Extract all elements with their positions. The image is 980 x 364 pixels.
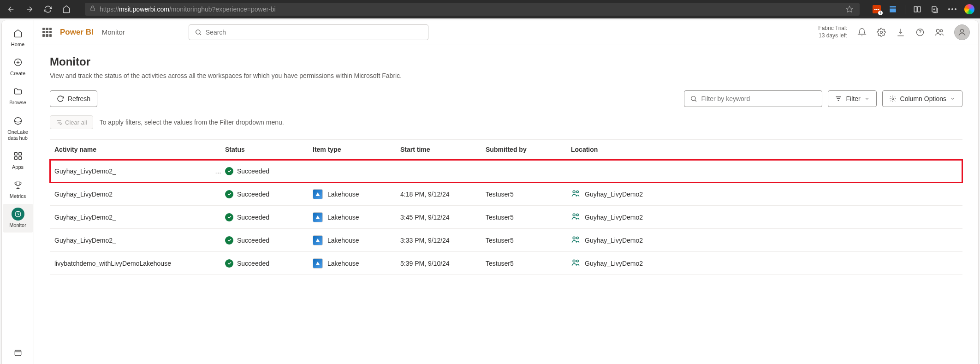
col-submitted-by[interactable]: Submitted by — [486, 146, 571, 153]
settings-icon[interactable] — [877, 28, 886, 37]
home-icon — [12, 27, 24, 40]
workspace-icon — [571, 258, 580, 269]
sidebar-item-onelake[interactable]: OneLake data hub — [3, 111, 33, 145]
svg-point-19 — [936, 29, 939, 32]
status-text: Succeeded — [237, 260, 269, 267]
svg-point-32 — [576, 237, 578, 239]
svg-rect-2 — [914, 6, 917, 12]
workspace-icon — [571, 212, 580, 222]
item-type-text: Lakehouse — [327, 260, 359, 267]
avatar[interactable] — [954, 24, 970, 40]
favorite-icon[interactable] — [844, 4, 855, 15]
split-screen-icon[interactable] — [912, 4, 923, 15]
reload-icon[interactable] — [42, 4, 53, 15]
extension-badge-icon[interactable]: ••• — [873, 5, 881, 13]
sidebar-item-apps[interactable]: Apps — [3, 146, 33, 174]
help-icon[interactable] — [915, 28, 925, 37]
item-type-text: Lakehouse — [327, 237, 359, 244]
trial-status: Fabric Trial: 13 days left — [818, 25, 847, 39]
browser-chrome: https://msit.powerbi.com/monitoringhub?e… — [0, 0, 980, 18]
activity-name: livybatchdemo_withLivyDemoLakehouse — [54, 260, 208, 267]
table-row[interactable]: Guyhay_LivyDemo2_ … Succeeded Lakehouse … — [50, 229, 962, 252]
lakehouse-icon — [313, 258, 323, 269]
sidebar-item-monitor[interactable]: Monitor — [3, 204, 33, 232]
activity-name: Guyhay_LivyDemo2 — [54, 191, 208, 198]
sidebar-item-metrics[interactable]: Metrics — [3, 175, 33, 203]
row-more-icon[interactable]: … — [211, 167, 225, 175]
brand-link[interactable]: Power BI — [60, 28, 94, 37]
plus-circle-icon — [12, 56, 24, 69]
search-icon — [195, 29, 202, 36]
chevron-down-icon — [950, 96, 956, 101]
global-search[interactable] — [189, 24, 428, 40]
forward-icon[interactable] — [24, 4, 35, 15]
success-icon — [225, 259, 233, 268]
svg-point-33 — [573, 260, 575, 262]
download-icon[interactable] — [896, 28, 905, 37]
collections-icon[interactable] — [929, 4, 940, 15]
item-type-text: Lakehouse — [327, 214, 359, 221]
table-row[interactable]: Guyhay_LivyDemo2_ … Succeeded Lakehouse … — [50, 206, 962, 229]
table-row[interactable]: Guyhay_LivyDemo2 … Succeeded Lakehouse 4… — [50, 183, 962, 206]
location-text: Guyhay_LivyDemo2 — [585, 237, 643, 244]
filter-button[interactable]: Filter — [828, 90, 876, 107]
sidebar-item-workspaces[interactable] — [3, 343, 33, 364]
column-options-button[interactable]: Column Options — [882, 90, 962, 107]
svg-point-21 — [961, 29, 964, 32]
lakehouse-icon — [313, 189, 323, 199]
copilot-icon[interactable] — [964, 4, 974, 14]
submitted-by-text: Testuser5 — [486, 260, 571, 267]
filter-keyword-input[interactable] — [684, 90, 822, 107]
item-type-text: Lakehouse — [327, 191, 359, 198]
apps-icon — [12, 149, 24, 162]
sidebar-item-home[interactable]: Home — [3, 23, 33, 51]
table-row[interactable]: livybatchdemo_withLivyDemoLakehouse … Su… — [50, 252, 962, 275]
gear-icon — [889, 95, 897, 102]
trophy-icon — [12, 179, 24, 191]
home-icon[interactable] — [61, 4, 72, 15]
svg-rect-3 — [918, 6, 921, 12]
start-time-text: 5:39 PM, 9/10/24 — [400, 260, 486, 267]
filter-hint: To apply filters, select the values from… — [100, 119, 284, 126]
status-text: Succeeded — [237, 237, 269, 244]
sidebar-item-create[interactable]: Create — [3, 52, 33, 80]
location-text: Guyhay_LivyDemo2 — [585, 191, 643, 198]
svg-point-17 — [880, 31, 883, 33]
chevron-down-icon — [864, 96, 870, 101]
feedback-icon[interactable] — [935, 28, 944, 37]
svg-point-7 — [955, 8, 956, 10]
success-icon — [225, 190, 233, 198]
submitted-by-text: Testuser5 — [486, 237, 571, 244]
start-time-text: 4:18 PM, 9/12/24 — [400, 191, 486, 198]
notifications-icon[interactable] — [857, 28, 867, 37]
refresh-button[interactable]: Refresh — [50, 90, 97, 107]
filter-icon — [835, 95, 842, 102]
svg-point-20 — [940, 30, 943, 32]
sidebar-item-label: Apps — [12, 164, 24, 170]
col-item-type[interactable]: Item type — [313, 146, 400, 153]
svg-point-28 — [576, 191, 578, 193]
table-row[interactable]: Guyhay_LivyDemo2_ … Succeeded Lakehouse … — [50, 160, 962, 183]
onelake-icon — [12, 114, 24, 127]
success-icon — [225, 236, 233, 245]
svg-point-22 — [691, 96, 695, 101]
search-input[interactable] — [206, 29, 422, 36]
sidebar-item-browse[interactable]: Browse — [3, 81, 33, 109]
sidebar-item-label: Home — [11, 42, 24, 48]
back-icon[interactable] — [6, 4, 17, 15]
col-start-time[interactable]: Start time — [400, 146, 486, 153]
col-activity[interactable]: Activity name — [54, 146, 225, 153]
more-icon[interactable] — [947, 4, 958, 15]
clear-icon — [56, 119, 62, 125]
svg-point-31 — [573, 237, 575, 239]
app-launcher-icon[interactable] — [42, 28, 52, 37]
address-text: https://msit.powerbi.com/monitoringhub?e… — [100, 6, 276, 13]
activity-name: Guyhay_LivyDemo2_ — [54, 237, 208, 244]
svg-rect-11 — [18, 152, 21, 155]
activity-name: Guyhay_LivyDemo2_ — [54, 214, 208, 221]
workspace-icon — [571, 189, 580, 199]
address-bar[interactable]: https://msit.powerbi.com/monitoringhub?e… — [85, 3, 860, 16]
col-status[interactable]: Status — [225, 146, 313, 153]
col-location[interactable]: Location — [571, 146, 958, 153]
extension-icon[interactable] — [887, 4, 898, 15]
